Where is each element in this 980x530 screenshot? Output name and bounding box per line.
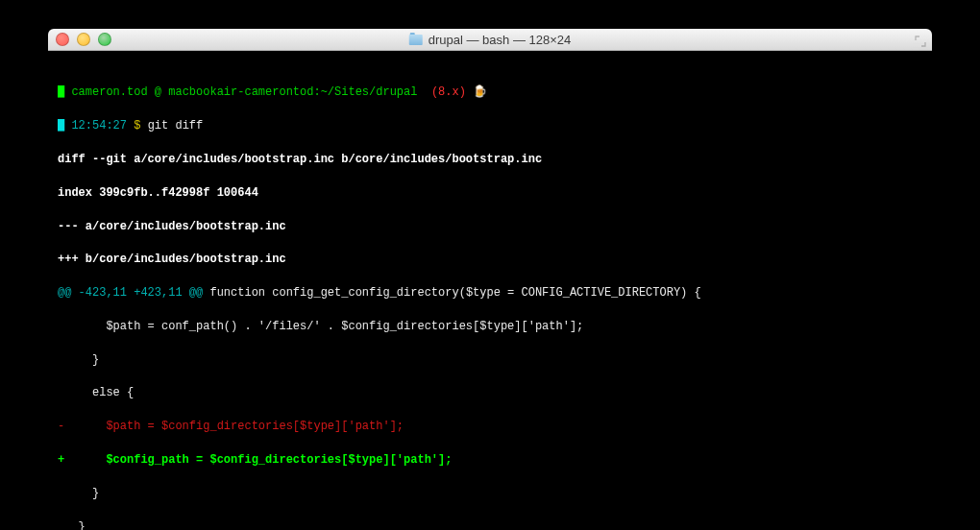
diff-deletion: - $path = $config_directories[$type]['pa…: [58, 419, 922, 435]
prompt-line-2: █ 12:54:27 $ git diff: [58, 118, 922, 134]
beer-icon: 🍺: [466, 85, 487, 99]
prompt-host-path: macbookair-camerontod:~/Sites/drupal: [168, 85, 417, 99]
window-title: drupal — bash — 128×24: [409, 33, 572, 47]
command-text: git diff: [148, 119, 204, 132]
diff-context: else {: [58, 385, 922, 401]
prompt-branch: (8.x): [417, 85, 465, 99]
diff-context: $path = conf_path() . '/files/' . $confi…: [58, 319, 922, 335]
diff-context: }: [58, 486, 922, 502]
titlebar[interactable]: drupal — bash — 128×24: [48, 29, 932, 51]
diff-hunk: @@ -423,11 +423,11 @@ function config_ge…: [58, 285, 922, 301]
prompt-indicator-icon: █: [58, 85, 71, 99]
terminal-window: drupal — bash — 128×24 █ cameron.tod @ m…: [48, 29, 932, 530]
diff-context: }: [58, 519, 922, 530]
diff-index: index 399c9fb..f42998f 100644: [58, 185, 922, 202]
terminal-body[interactable]: █ cameron.tod @ macbookair-camerontod:~/…: [48, 51, 932, 530]
diff-context: }: [58, 352, 922, 369]
fullscreen-icon[interactable]: [915, 34, 926, 45]
folder-icon: [409, 35, 423, 45]
diff-header: diff --git a/core/includes/bootstrap.inc…: [58, 152, 922, 168]
diff-addition: + $config_path = $config_directories[$ty…: [58, 452, 922, 469]
traffic-lights: [56, 33, 111, 46]
title-text: drupal — bash — 128×24: [429, 33, 572, 47]
zoom-icon[interactable]: [98, 33, 111, 46]
prompt-indicator-icon: █: [58, 119, 71, 132]
prompt-user: cameron.tod: [71, 85, 147, 99]
minimize-icon[interactable]: [77, 33, 90, 46]
prompt-time: 12:54:27: [71, 119, 127, 132]
diff-minus-file: --- a/core/includes/bootstrap.inc: [58, 219, 922, 235]
diff-plus-file: +++ b/core/includes/bootstrap.inc: [58, 252, 922, 268]
prompt-line-1: █ cameron.tod @ macbookair-camerontod:~/…: [58, 84, 922, 101]
close-icon[interactable]: [56, 33, 69, 46]
